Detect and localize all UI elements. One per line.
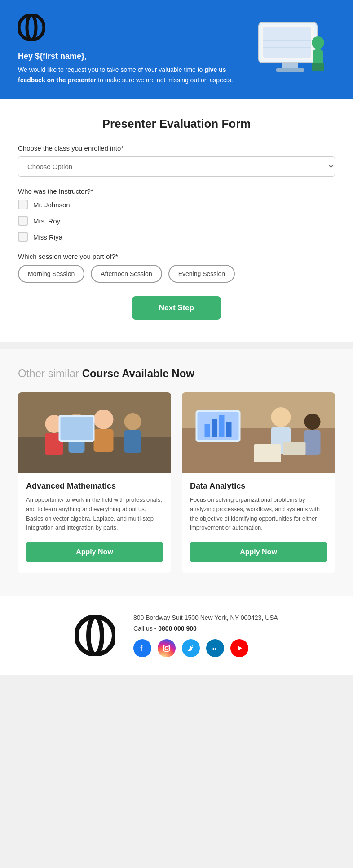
social-linkedin[interactable]: in — [206, 639, 224, 657]
svg-point-43 — [168, 646, 169, 647]
svg-point-42 — [165, 647, 168, 650]
svg-rect-8 — [312, 63, 324, 71]
footer-phone-number: 0800 000 900 — [158, 625, 197, 632]
svg-rect-29 — [212, 419, 217, 437]
svg-rect-30 — [219, 415, 225, 437]
course-image-math — [18, 392, 171, 473]
course-body-analytics: Data Analytics Focus on solving organiza… — [182, 473, 335, 573]
svg-point-32 — [271, 407, 291, 427]
svg-rect-23 — [61, 417, 93, 440]
svg-rect-19 — [94, 429, 114, 452]
svg-point-38 — [76, 617, 114, 654]
svg-rect-31 — [226, 422, 232, 437]
social-instagram[interactable] — [158, 639, 176, 657]
svg-point-18 — [94, 410, 114, 429]
header-illustration — [245, 13, 335, 85]
svg-rect-28 — [205, 424, 210, 437]
session-evening[interactable]: Evening Session — [168, 265, 235, 283]
instructor-label-mrs-roy: Mrs. Roy — [33, 217, 60, 225]
course-title-analytics: Data Analytics — [190, 481, 327, 491]
form-section: Presenter Evaluation Form Choose the cla… — [0, 99, 353, 342]
footer: 800 Bordway Suit 1500 New York, NY 00042… — [0, 596, 353, 675]
instructor-group: Who was the Instructor?* Mr. Johnson Mrs… — [18, 187, 335, 242]
instructor-mrs-roy[interactable]: Mrs. Roy — [18, 216, 335, 226]
apply-button-math[interactable]: Apply Now — [26, 542, 163, 562]
footer-info: 800 Bordway Suit 1500 New York, NY 00042… — [133, 614, 278, 657]
courses-section: Other similar Course Available Now — [0, 349, 353, 596]
social-icons: f in — [133, 639, 278, 657]
session-pills: Morning Session Afternoon Session Evenin… — [18, 265, 335, 283]
checkbox-group: Mr. Johnson Mrs. Roy Miss Riya — [18, 200, 335, 242]
instructor-miss-riya[interactable]: Miss Riya — [18, 232, 335, 242]
courses-heading-light: Other similar — [18, 367, 79, 379]
checkbox-mr-johnson[interactable] — [18, 200, 28, 209]
class-select[interactable]: Choose Option Class 1 Class 2 Class 3 — [18, 156, 335, 177]
social-youtube[interactable] — [230, 639, 248, 657]
footer-phone: Call us - 0800 000 900 — [133, 625, 278, 632]
footer-logo-icon — [75, 615, 115, 656]
svg-point-34 — [304, 414, 321, 430]
class-group: Choose the class you enrolled into* Choo… — [18, 144, 335, 177]
svg-rect-21 — [124, 430, 141, 453]
svg-marker-45 — [238, 646, 242, 650]
next-step-button[interactable]: Next Step — [132, 296, 221, 320]
svg-text:f: f — [140, 645, 143, 652]
course-desc-analytics: Focus on solving organizational problems… — [190, 495, 327, 533]
svg-rect-4 — [282, 63, 298, 68]
instructor-label-miss-riya: Miss Riya — [33, 233, 62, 241]
course-desc-math: An opportunity to work in the field with… — [26, 495, 163, 533]
svg-point-0 — [19, 15, 44, 40]
svg-point-20 — [124, 413, 141, 430]
svg-rect-35 — [304, 430, 321, 455]
instructor-label: Who was the Instructor?* — [18, 187, 335, 195]
course-card-analytics: Data Analytics Focus on solving organiza… — [182, 392, 335, 573]
checkbox-miss-riya[interactable] — [18, 232, 28, 242]
course-body-math: Advanced Mathematics An opportunity to w… — [18, 473, 171, 573]
header-left: Hey ${first name}, We would like to requ… — [18, 14, 236, 85]
svg-point-6 — [312, 36, 324, 49]
svg-rect-9 — [263, 27, 311, 58]
svg-rect-36 — [254, 444, 281, 462]
session-morning[interactable]: Morning Session — [18, 265, 84, 283]
instructor-label-mr-johnson: Mr. Johnson — [33, 201, 70, 209]
courses-heading: Other similar Course Available Now — [18, 367, 335, 380]
svg-text:in: in — [212, 646, 216, 651]
courses-grid: Advanced Mathematics An opportunity to w… — [18, 392, 335, 573]
logo-icon — [18, 14, 45, 41]
session-group: Which session were you part of?* Morning… — [18, 253, 335, 283]
footer-address: 800 Bordway Suit 1500 New York, NY 00042… — [133, 614, 278, 621]
class-label: Choose the class you enrolled into* — [18, 144, 335, 152]
form-title: Presenter Evaluation Form — [18, 117, 335, 131]
svg-rect-37 — [283, 442, 306, 455]
session-label: Which session were you part of?* — [18, 253, 335, 260]
svg-rect-5 — [276, 68, 304, 72]
greeting-text: Hey ${first name}, — [18, 52, 236, 61]
course-card-math: Advanced Mathematics An opportunity to w… — [18, 392, 171, 573]
body-text: We would like to request you to take som… — [18, 65, 236, 85]
social-facebook[interactable]: f — [133, 639, 151, 657]
instructor-mr-johnson[interactable]: Mr. Johnson — [18, 200, 335, 209]
svg-point-39 — [88, 617, 102, 654]
checkbox-mrs-roy[interactable] — [18, 216, 28, 226]
svg-rect-27 — [198, 412, 239, 440]
social-twitter[interactable] — [182, 639, 200, 657]
session-afternoon[interactable]: Afternoon Session — [91, 265, 162, 283]
header-banner: Hey ${first name}, We would like to requ… — [0, 0, 353, 99]
apply-button-analytics[interactable]: Apply Now — [190, 542, 327, 562]
course-image-analytics — [182, 392, 335, 473]
courses-heading-bold: Course Available Now — [82, 367, 194, 379]
svg-point-1 — [27, 15, 36, 40]
course-title-math: Advanced Mathematics — [26, 481, 163, 491]
